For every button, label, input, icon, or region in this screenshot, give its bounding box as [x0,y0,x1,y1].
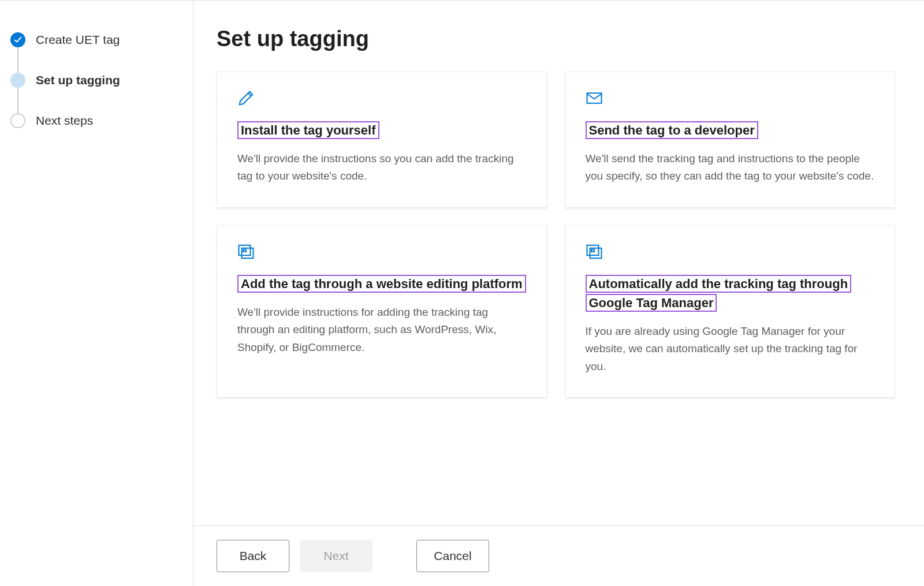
tabs-icon [237,243,527,260]
card-website-platform[interactable]: Add the tag through a website editing pl… [217,225,547,398]
svg-rect-3 [587,245,598,256]
svg-rect-0 [587,93,601,103]
card-description: If you are already using Google Tag Mana… [586,323,875,375]
card-send-to-developer[interactable]: Send the tag to a developer We'll send t… [565,72,896,208]
step-set-up-tagging[interactable]: Set up tagging [10,73,193,113]
wizard-sidebar: Create UET tag Set up tagging Next steps [0,1,193,586]
wizard-footer: Back Next Cancel [193,525,924,586]
main-content: Set up tagging Install the tag yourself … [193,1,924,586]
upcoming-step-icon [10,113,25,128]
step-label: Create UET tag [36,33,120,47]
next-button: Next [300,540,372,572]
card-title: Automatically add the tracking tag throu… [586,275,852,312]
step-label: Next steps [36,114,93,128]
card-description: We'll send the tracking tag and instruct… [586,150,875,185]
svg-rect-2 [243,249,246,252]
card-title: Send the tag to a developer [586,121,758,139]
card-title: Install the tag yourself [237,121,379,139]
pencil-icon [237,89,527,107]
card-title: Add the tag through a website editing pl… [237,275,526,293]
check-icon [10,32,25,47]
card-description: We'll provide the instructions so you ca… [237,150,527,185]
tabs-icon [586,243,875,260]
svg-rect-4 [591,249,594,252]
step-create-uet-tag[interactable]: Create UET tag [10,32,193,73]
step-label: Set up tagging [36,73,120,87]
option-cards: Install the tag yourself We'll provide t… [217,72,895,415]
card-description: We'll provide instructions for adding th… [237,304,527,356]
current-step-icon [10,73,25,88]
step-next-steps[interactable]: Next steps [10,113,193,154]
card-install-yourself[interactable]: Install the tag yourself We'll provide t… [217,72,547,208]
wizard-steps: Create UET tag Set up tagging Next steps [10,32,193,154]
mail-icon [586,89,875,107]
card-google-tag-manager[interactable]: Automatically add the tracking tag throu… [565,225,896,398]
back-button[interactable]: Back [217,540,289,572]
cancel-button[interactable]: Cancel [416,540,489,572]
page-title: Set up tagging [217,27,895,51]
svg-rect-1 [239,245,251,256]
